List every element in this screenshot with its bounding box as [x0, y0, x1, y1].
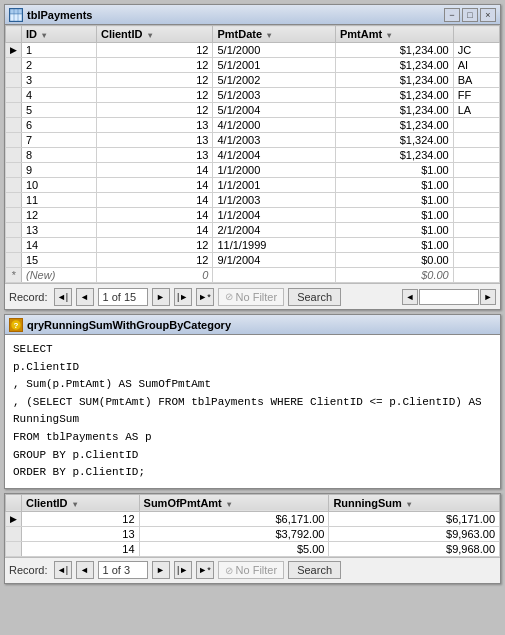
extra-cell[interactable] [453, 223, 499, 238]
clientid-result-cell[interactable]: 12 [22, 511, 140, 526]
table-row[interactable]: 12141/1/2004$1.00 [6, 208, 500, 223]
clientid-cell[interactable]: 12 [96, 253, 213, 268]
id-cell[interactable]: 7 [22, 133, 97, 148]
id-cell[interactable]: 12 [22, 208, 97, 223]
extra-cell[interactable] [453, 163, 499, 178]
id-cell[interactable]: 9 [22, 163, 97, 178]
minimize-button[interactable]: − [444, 8, 460, 22]
pmtdate-cell[interactable]: 5/1/2003 [213, 88, 336, 103]
clientid-cell[interactable]: 14 [96, 163, 213, 178]
pmtdate-cell[interactable]: 5/1/2004 [213, 103, 336, 118]
extra-cell[interactable]: AI [453, 58, 499, 73]
results-nav-last-button[interactable]: |► [174, 561, 192, 579]
extra-cell[interactable]: JC [453, 43, 499, 58]
nav-last-button[interactable]: |► [174, 288, 192, 306]
pmtdate-cell[interactable]: 5/1/2001 [213, 58, 336, 73]
pmtamt-cell[interactable]: $1,234.00 [335, 43, 453, 58]
table-row[interactable]: 9141/1/2000$1.00 [6, 163, 500, 178]
pmtdate-cell[interactable]: 11/1/1999 [213, 238, 336, 253]
runningsum-result-cell[interactable]: $9,963.00 [329, 526, 500, 541]
clientid-cell[interactable]: 12 [96, 73, 213, 88]
extra-cell[interactable]: BA [453, 73, 499, 88]
clientid-result-cell[interactable]: 13 [22, 526, 140, 541]
nav-new-button[interactable]: ►* [196, 288, 214, 306]
pmtdate-cell[interactable]: 2/1/2004 [213, 223, 336, 238]
clientid-cell[interactable]: 12 [96, 43, 213, 58]
id-cell[interactable]: 4 [22, 88, 97, 103]
pmtdate-cell[interactable]: 1/1/2003 [213, 193, 336, 208]
result-row[interactable]: 14$5.00$9,968.00 [6, 541, 500, 556]
table-row[interactable]: 4125/1/2003$1,234.00FF [6, 88, 500, 103]
table-row[interactable]: 141211/1/1999$1.00 [6, 238, 500, 253]
sumofpmtamt-result-header[interactable]: SumOfPmtAmt ▾ [139, 494, 329, 511]
pmtamt-cell[interactable]: $0.00 [335, 253, 453, 268]
id-cell[interactable]: 14 [22, 238, 97, 253]
pmtamt-cell[interactable]: $1,234.00 [335, 148, 453, 163]
table-row[interactable]: ▶1125/1/2000$1,234.00JC [6, 43, 500, 58]
pmtamt-cell[interactable]: $1.00 [335, 163, 453, 178]
id-cell[interactable]: 15 [22, 253, 97, 268]
table-row[interactable]: 3125/1/2002$1,234.00BA [6, 73, 500, 88]
table-row[interactable]: 11141/1/2003$1.00 [6, 193, 500, 208]
no-filter-button[interactable]: ⊘ No Filter [218, 288, 285, 306]
results-no-filter-button[interactable]: ⊘ No Filter [218, 561, 285, 579]
pmtdate-cell[interactable]: 5/1/2000 [213, 43, 336, 58]
results-nav-prev-button[interactable]: ◄ [76, 561, 94, 579]
nav-first-button[interactable]: ◄| [54, 288, 72, 306]
id-cell[interactable]: 2 [22, 58, 97, 73]
id-cell[interactable]: 11 [22, 193, 97, 208]
clientid-cell[interactable]: 14 [96, 208, 213, 223]
search-button[interactable]: Search [288, 288, 341, 306]
clientid-cell[interactable]: 12 [96, 88, 213, 103]
id-cell[interactable]: 5 [22, 103, 97, 118]
extra-cell[interactable] [453, 133, 499, 148]
extra-cell[interactable]: FF [453, 88, 499, 103]
clientid-result-header[interactable]: ClientID ▾ [22, 494, 140, 511]
results-nav-next-button[interactable]: ► [152, 561, 170, 579]
id-cell[interactable]: 3 [22, 73, 97, 88]
close-button[interactable]: × [480, 8, 496, 22]
scrollbar[interactable] [419, 289, 479, 305]
pmtdate-cell[interactable]: 1/1/2001 [213, 178, 336, 193]
extra-cell[interactable] [453, 148, 499, 163]
table-row[interactable]: 8134/1/2004$1,234.00 [6, 148, 500, 163]
pmtamt-cell[interactable]: $1,234.00 [335, 118, 453, 133]
scroll-right-button[interactable]: ► [480, 289, 496, 305]
scroll-left-button[interactable]: ◄ [402, 289, 418, 305]
clientid-cell[interactable]: 14 [96, 178, 213, 193]
clientid-cell[interactable]: 14 [96, 223, 213, 238]
clientid-cell[interactable]: 13 [96, 148, 213, 163]
pmtdate-column-header[interactable]: PmtDate ▾ [213, 26, 336, 43]
pmtamt-cell[interactable]: $1.00 [335, 193, 453, 208]
results-nav-current[interactable]: 1 of 3 [98, 561, 148, 579]
results-search-button[interactable]: Search [288, 561, 341, 579]
clientid-cell[interactable]: 12 [96, 58, 213, 73]
nav-next-button[interactable]: ► [152, 288, 170, 306]
clientid-cell[interactable]: 14 [96, 193, 213, 208]
id-column-header[interactable]: ID ▾ [22, 26, 97, 43]
id-cell[interactable]: 10 [22, 178, 97, 193]
id-cell[interactable]: 13 [22, 223, 97, 238]
nav-prev-button[interactable]: ◄ [76, 288, 94, 306]
table-row[interactable]: 7134/1/2003$1,324.00 [6, 133, 500, 148]
pmtamt-cell[interactable]: $1.00 [335, 178, 453, 193]
pmtdate-cell[interactable]: 4/1/2000 [213, 118, 336, 133]
results-nav-first-button[interactable]: ◄| [54, 561, 72, 579]
tblpayments-titlebar[interactable]: tblPayments − □ × [5, 5, 500, 25]
new-row[interactable]: *(New)0$0.00 [6, 268, 500, 283]
pmtamt-cell[interactable]: $1,324.00 [335, 133, 453, 148]
clientid-cell[interactable]: 13 [96, 133, 213, 148]
clientid-result-cell[interactable]: 14 [22, 541, 140, 556]
pmtamt-cell[interactable]: $1,234.00 [335, 73, 453, 88]
pmtdate-cell[interactable]: 1/1/2000 [213, 163, 336, 178]
nav-current-record[interactable]: 1 of 15 [98, 288, 148, 306]
extra-column-header[interactable] [453, 26, 499, 43]
pmtdate-cell[interactable]: 9/1/2004 [213, 253, 336, 268]
table-row[interactable]: 6134/1/2000$1,234.00 [6, 118, 500, 133]
runningsum-result-cell[interactable]: $6,171.00 [329, 511, 500, 526]
pmtamt-cell[interactable]: $1.00 [335, 208, 453, 223]
clientid-cell[interactable]: 12 [96, 103, 213, 118]
result-row[interactable]: ▶12$6,171.00$6,171.00 [6, 511, 500, 526]
sql-titlebar[interactable]: ? qryRunningSumWithGroupByCategory [5, 315, 500, 335]
extra-cell[interactable] [453, 253, 499, 268]
